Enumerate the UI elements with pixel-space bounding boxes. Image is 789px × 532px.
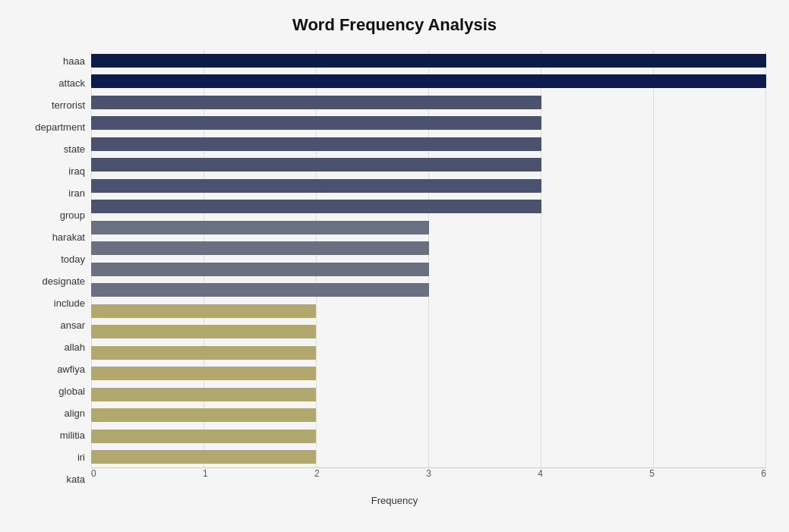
bar xyxy=(91,54,766,68)
bar xyxy=(91,346,316,360)
bar xyxy=(91,116,541,130)
y-label: allah xyxy=(65,342,85,352)
bar xyxy=(91,158,541,172)
y-label: group xyxy=(60,210,85,220)
y-label: align xyxy=(65,408,85,418)
y-label: state xyxy=(64,144,85,154)
y-label: ansar xyxy=(60,320,85,330)
bar-row xyxy=(91,365,766,382)
bar xyxy=(91,367,316,380)
y-label: harakat xyxy=(52,232,85,242)
chart-container: Word Frequency Analysis haaaattackterror… xyxy=(0,0,789,532)
bar xyxy=(91,74,766,88)
bar xyxy=(91,241,429,255)
y-label: militia xyxy=(60,430,85,440)
bar xyxy=(91,388,316,401)
bar xyxy=(91,96,541,109)
y-label: department xyxy=(35,122,85,132)
y-label: iraq xyxy=(68,166,85,176)
bar xyxy=(91,283,429,297)
y-label: today xyxy=(61,254,85,264)
bar xyxy=(91,430,316,443)
y-label: iran xyxy=(68,188,85,198)
bar xyxy=(91,450,316,464)
bar-row xyxy=(91,428,766,445)
y-label: terrorist xyxy=(52,100,85,110)
bar-row xyxy=(91,345,766,361)
bar-row xyxy=(91,386,766,403)
bar-row xyxy=(91,282,766,298)
bar xyxy=(91,200,541,213)
bars-wrapper xyxy=(91,50,766,490)
bar xyxy=(91,263,429,276)
y-label: include xyxy=(54,298,85,308)
y-label: kata xyxy=(66,474,85,484)
bar-row xyxy=(91,303,766,320)
bar-row xyxy=(91,115,766,131)
bar-row xyxy=(91,73,766,90)
bar xyxy=(91,408,316,422)
y-label: haaa xyxy=(63,56,85,66)
bar-row xyxy=(91,52,766,69)
bar xyxy=(91,325,316,338)
bar xyxy=(91,179,541,193)
x-axis-label: Frequency xyxy=(23,495,766,506)
bar-row xyxy=(91,136,766,153)
y-axis-labels: haaaattackterroristdepartmentstateiraqir… xyxy=(23,50,91,490)
bar-row xyxy=(91,240,766,257)
bars-and-grid: 0123456 xyxy=(91,50,766,490)
y-label: awfiya xyxy=(57,364,85,374)
bar-row xyxy=(91,219,766,236)
bar xyxy=(91,137,541,151)
bar-row xyxy=(91,178,766,194)
bar-row xyxy=(91,156,766,173)
bar xyxy=(91,304,316,318)
bar xyxy=(91,221,429,235)
y-label: attack xyxy=(58,78,85,88)
bar-row xyxy=(91,198,766,215)
chart-area: haaaattackterroristdepartmentstateiraqir… xyxy=(23,50,766,490)
bar-row xyxy=(91,323,766,340)
y-label: global xyxy=(58,386,85,396)
bar-row xyxy=(91,449,766,465)
bar-row xyxy=(91,261,766,278)
bar-row xyxy=(91,407,766,423)
chart-title: Word Frequency Analysis xyxy=(23,15,766,35)
y-label: iri xyxy=(77,452,85,462)
y-label: designate xyxy=(43,276,85,286)
bar-row xyxy=(91,94,766,111)
